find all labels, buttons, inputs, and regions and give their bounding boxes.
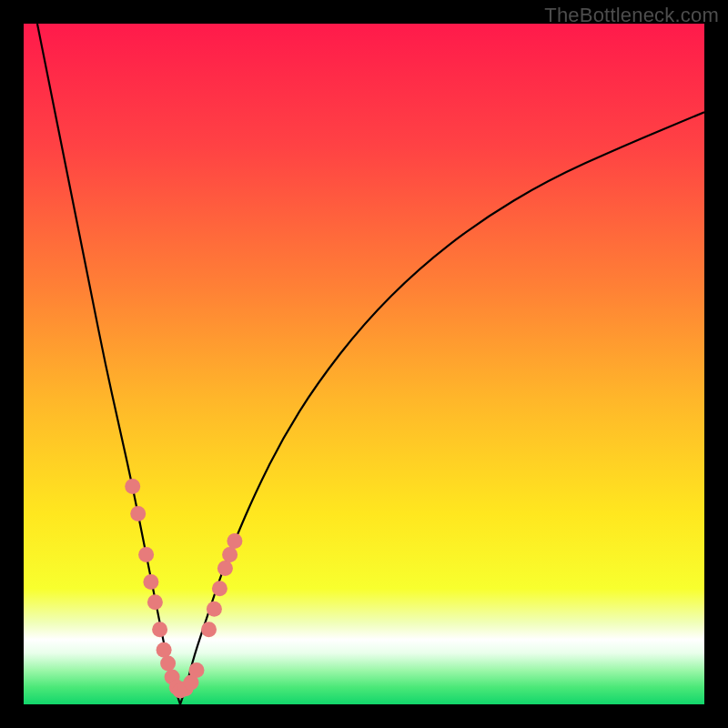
data-marker [217, 561, 233, 576]
data-marker [143, 574, 158, 590]
chart-frame [24, 24, 704, 704]
watermark-text: TheBottleneck.com [544, 4, 719, 27]
data-marker [160, 656, 176, 672]
data-marker [125, 479, 140, 494]
data-marker [138, 547, 154, 562]
data-marker [207, 602, 222, 617]
data-marker [212, 581, 228, 596]
data-marker [201, 622, 217, 637]
data-marker [189, 662, 205, 678]
data-marker [147, 594, 163, 610]
chart-svg [24, 24, 704, 704]
chart-background [24, 24, 704, 704]
data-marker [222, 547, 238, 562]
data-marker [157, 642, 172, 658]
data-marker [152, 622, 167, 637]
data-marker [227, 533, 242, 549]
data-marker [130, 506, 146, 521]
